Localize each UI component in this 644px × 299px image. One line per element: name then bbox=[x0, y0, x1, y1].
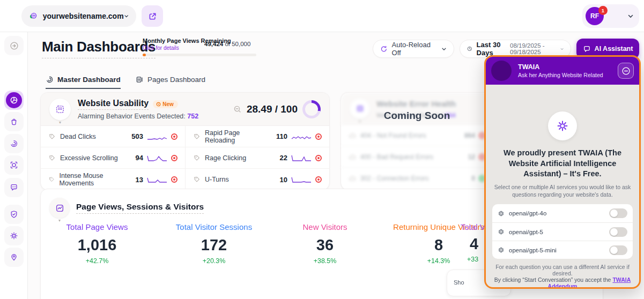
sidebar-item-chat[interactable] bbox=[4, 178, 24, 197]
usability-row: Intense Mouse Movements 13 bbox=[41, 169, 185, 190]
sparkline bbox=[147, 133, 167, 140]
sparkline bbox=[291, 154, 312, 162]
row-label: Rapid Page Reloading bbox=[205, 129, 272, 144]
minimize-panel-button[interactable] bbox=[618, 63, 634, 79]
behavior-tag-icon bbox=[193, 133, 201, 140]
page-title: Main Dashboards bbox=[42, 39, 156, 58]
service-toggle[interactable] bbox=[609, 208, 627, 218]
metric-total-page-views: Total Page Views 1,016 +42.7% bbox=[41, 222, 153, 265]
metric-value: 172 bbox=[158, 236, 270, 254]
zoom-out-icon bbox=[233, 105, 242, 114]
metric-delta: +20.3% bbox=[158, 257, 270, 265]
website-usability-card: ▾ Website Usability New Alarming Behavio… bbox=[40, 92, 330, 190]
usability-score-wrap: 28.49 / 100 bbox=[233, 100, 321, 118]
settings-gear-icon bbox=[10, 231, 18, 240]
openai-icon bbox=[498, 210, 505, 217]
events-label: Alarming Behavior Events Detected: bbox=[78, 113, 186, 120]
row-value: 864 bbox=[464, 132, 475, 139]
pages-dashboard-icon bbox=[136, 76, 144, 84]
service-toggle[interactable] bbox=[609, 227, 627, 237]
twaia-assistant-panel: TWAIA Ask her Anything Website Related W… bbox=[484, 55, 641, 289]
gear-bubble bbox=[548, 111, 577, 140]
chat-icon bbox=[10, 183, 18, 192]
usability-row: Rage Clicking 22 bbox=[185, 147, 329, 169]
sidebar-item-collapse[interactable] bbox=[4, 36, 24, 55]
quota-used: 49,424 bbox=[204, 41, 223, 47]
shield-check-icon bbox=[10, 210, 18, 219]
metric-delta: +42.7% bbox=[41, 257, 153, 265]
line-chart-icon bbox=[55, 204, 64, 213]
quota-progress-bar bbox=[143, 54, 256, 56]
status-dot bbox=[315, 155, 322, 161]
chevron-down-icon bbox=[124, 13, 129, 19]
sidebar-item-dashboards[interactable] bbox=[4, 91, 24, 110]
error-row: 404 - Not Found Errors 864 bbox=[341, 125, 493, 146]
refresh-icon bbox=[380, 45, 388, 53]
usability-row: Rapid Page Reloading 110 bbox=[185, 126, 329, 147]
service-row-gpt-4o[interactable]: openai/gpt-4o bbox=[492, 204, 633, 222]
usability-score: 28.49 / 100 bbox=[247, 103, 298, 115]
new-badge-label: New bbox=[162, 101, 174, 107]
metric-label: Total Page Views bbox=[41, 222, 153, 231]
tab-pages-dashboard[interactable]: Pages Dashboard bbox=[136, 76, 205, 88]
metric-label-truncated: Total V bbox=[461, 222, 485, 231]
sidebar-item-recordings[interactable] bbox=[4, 155, 24, 175]
usability-subtitle: Alarming Behavior Events Detected: 752 bbox=[78, 113, 198, 120]
show-button-label: Sho bbox=[454, 279, 464, 286]
notification-badge: 1 bbox=[598, 6, 608, 15]
error-rows: 404 - Not Found Errors 864 400 - Bad Req… bbox=[341, 125, 493, 189]
sparkline bbox=[147, 176, 167, 183]
row-value: 12 bbox=[468, 153, 475, 161]
chevron-down-icon bbox=[560, 47, 564, 51]
auto-reload-dropdown[interactable]: Auto-Reload Off bbox=[373, 40, 454, 58]
usability-rows: Dead Clicks 503 Rapid Page Reloading 110… bbox=[41, 126, 329, 190]
ai-assistant-label: AI Assistant bbox=[595, 45, 633, 53]
usability-score-donut bbox=[302, 100, 321, 118]
usability-card-icon-bubble[interactable]: ▾ bbox=[49, 99, 71, 120]
row-value: 10 bbox=[280, 176, 287, 184]
quota-value: 49,424 of 50,000 bbox=[204, 41, 250, 47]
metric-delta-truncated: +33 bbox=[467, 256, 478, 263]
usability-card-header: ▾ Website Usability New Alarming Behavio… bbox=[41, 93, 329, 126]
usability-row: U-Turns 10 bbox=[185, 169, 329, 190]
clock-icon bbox=[467, 45, 472, 53]
sidebar-item-security[interactable] bbox=[4, 205, 24, 224]
terms-prefix: By clicking “Start Conversation” you acc… bbox=[494, 276, 613, 283]
auto-reload-label: Auto-Reload Off bbox=[392, 41, 437, 57]
service-row-gpt-5-mini[interactable]: openai/gpt-5-mini bbox=[492, 241, 633, 259]
sparkline bbox=[291, 176, 312, 183]
sidebar-item-settings[interactable] bbox=[4, 226, 24, 245]
sidebar bbox=[0, 32, 28, 299]
sparkline bbox=[291, 133, 312, 140]
twaia-tagline: Ask her Anything Website Related bbox=[518, 72, 603, 78]
coming-soon-label: Coming Soon bbox=[384, 110, 450, 122]
recordings-focus-icon bbox=[10, 161, 18, 169]
service-row-gpt-5[interactable]: openai/gpt-5 bbox=[492, 222, 633, 241]
dashboard-pie-icon bbox=[6, 92, 22, 108]
website-selector[interactable]: yourwebsitename.com bbox=[21, 5, 136, 27]
open-website-button[interactable] bbox=[142, 5, 163, 27]
usability-heading-block: Website Usability New Alarming Behavior … bbox=[78, 99, 198, 120]
metrics-icon-bubble[interactable]: ▾ bbox=[49, 198, 70, 218]
status-dot bbox=[171, 176, 177, 183]
twaia-name: TWAIA bbox=[518, 63, 603, 71]
chevron-down-icon bbox=[627, 13, 634, 19]
tab-master-dashboard[interactable]: Master Dashboard bbox=[46, 76, 121, 89]
sparkline bbox=[147, 154, 167, 162]
metrics-section-title: Page Views, Sessions & Visitors bbox=[76, 202, 204, 214]
chat-bubble-icon bbox=[583, 45, 591, 53]
sidebar-item-sessions[interactable] bbox=[4, 134, 24, 153]
twaia-panel-body: We proudly present TWAIA (The Website Ar… bbox=[486, 85, 639, 289]
row-label: 400 - Bad Request Errors bbox=[360, 153, 433, 161]
behavior-tag-icon bbox=[48, 176, 55, 183]
usability-grid-icon bbox=[55, 104, 65, 114]
sidebar-item-store[interactable] bbox=[4, 112, 24, 131]
events-value: 752 bbox=[187, 113, 198, 120]
behavior-tag-icon bbox=[193, 154, 201, 162]
row-value: 503 bbox=[131, 132, 143, 140]
sidebar-item-location[interactable] bbox=[4, 248, 24, 267]
error-row: 400 - Bad Request Errors 12 bbox=[341, 146, 493, 168]
service-toggle[interactable] bbox=[609, 245, 627, 255]
website-error-health-card: ▾ Website Error Health Website Errors De… bbox=[340, 92, 493, 190]
account-menu[interactable]: RF 1 bbox=[582, 4, 639, 28]
